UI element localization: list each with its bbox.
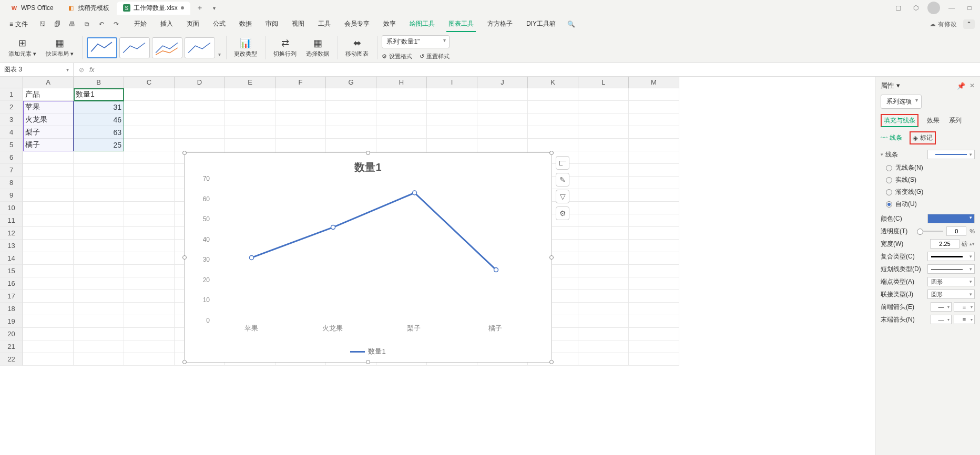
cell[interactable] [124,277,175,290]
cell[interactable] [225,126,275,139]
cell[interactable] [74,340,124,353]
cell[interactable] [578,303,629,315]
cell[interactable] [427,113,477,126]
cell[interactable] [629,340,679,353]
width-input[interactable] [930,239,959,249]
line-preview-dropdown[interactable] [927,150,975,159]
tab-ffgz[interactable]: 方方格子 [485,17,515,32]
cell[interactable] [23,328,74,340]
cell[interactable]: 火龙果 [23,113,74,126]
new-tab-button[interactable]: ＋ [193,2,206,14]
cell[interactable] [124,101,175,113]
row-header[interactable]: 14 [0,252,23,265]
fx-icon[interactable]: fx [89,66,94,74]
cell[interactable] [124,315,175,328]
cell[interactable] [326,139,376,151]
cell[interactable] [477,101,528,113]
cell[interactable] [629,240,679,252]
cell[interactable] [578,113,629,126]
tab-page[interactable]: 页面 [185,17,201,32]
resize-handle[interactable] [366,151,370,155]
row-header[interactable]: 22 [0,353,23,366]
window-restore-icon[interactable]: ▢ [892,2,904,14]
cell[interactable] [74,240,124,252]
tab-data[interactable]: 数据 [237,17,254,32]
cell[interactable] [629,328,679,340]
cell[interactable] [376,101,427,113]
cell[interactable] [74,277,124,290]
transparency-slider[interactable] [917,231,943,232]
cell[interactable] [629,202,679,214]
cell[interactable] [629,113,679,126]
radio-auto[interactable]: 自动(U) [886,200,975,209]
cell[interactable] [275,113,326,126]
tab-drawing-tools[interactable]: 绘图工具 [407,17,437,32]
cloud-status[interactable]: ☁ 有修改 [930,20,957,29]
cell[interactable] [578,328,629,340]
arrow-begin-size-dropdown[interactable]: ≡ [954,302,975,312]
preset-more-icon[interactable]: ▾ [218,51,221,57]
cell[interactable] [74,353,124,366]
cell[interactable] [578,101,629,113]
cell[interactable] [23,303,74,315]
cell[interactable] [528,113,578,126]
cell[interactable] [578,240,629,252]
cell[interactable] [427,139,477,151]
print-preview-icon[interactable]: 🗐 [52,19,63,29]
resize-handle[interactable] [182,360,187,364]
cell[interactable] [578,164,629,177]
cell[interactable] [427,126,477,139]
cell[interactable] [578,214,629,227]
series-options-dropdown[interactable]: 系列选项 [881,95,922,109]
cell[interactable] [23,151,74,164]
arrow-begin-dropdown[interactable]: — [931,302,952,312]
col-header[interactable]: L [578,77,629,88]
cell[interactable] [74,252,124,265]
cell[interactable] [124,177,175,189]
cell[interactable] [225,88,275,101]
cell[interactable] [124,353,175,366]
radio-solid[interactable]: 实线(S) [886,175,975,184]
cell[interactable] [275,88,326,101]
cell[interactable] [74,227,124,240]
cell[interactable] [23,227,74,240]
cap-type-dropdown[interactable]: 圆形 [927,277,975,286]
cell[interactable] [74,177,124,189]
undo-icon[interactable]: ↶ [96,19,107,29]
cell[interactable] [124,303,175,315]
cell[interactable] [578,88,629,101]
cell[interactable] [629,164,679,177]
cell[interactable] [578,252,629,265]
chart-plot-area[interactable]: 010203040506070 [211,179,536,320]
tab-template[interactable]: ◧ 找稻壳模板 [61,2,116,15]
cell[interactable] [23,277,74,290]
col-header[interactable]: K [528,77,578,88]
psub-marker[interactable]: ◈标记 [910,131,936,144]
psub-line[interactable]: 〰线条 [881,133,902,142]
cell[interactable] [23,189,74,202]
ptab-effects[interactable]: 效果 [926,114,941,127]
cell[interactable] [225,113,275,126]
compound-type-dropdown[interactable] [927,252,975,261]
cell[interactable] [124,328,175,340]
file-menu[interactable]: ≡ 文件 [5,18,32,31]
row-header[interactable]: 17 [0,290,23,303]
transparency-input[interactable] [946,226,966,236]
cell[interactable] [629,189,679,202]
chart-legend[interactable]: 数量1 [185,347,552,356]
cell[interactable] [578,315,629,328]
row-header[interactable]: 9 [0,189,23,202]
row-header[interactable]: 4 [0,126,23,139]
cell[interactable] [124,252,175,265]
save-icon[interactable]: 🖫 [37,19,48,29]
cell[interactable] [427,101,477,113]
cell[interactable] [326,126,376,139]
cell[interactable] [578,340,629,353]
cell[interactable] [23,340,74,353]
cell[interactable] [477,126,528,139]
cell[interactable] [74,164,124,177]
col-header[interactable]: C [124,77,175,88]
cell[interactable] [629,290,679,303]
cell[interactable]: 31 [74,101,124,113]
arrow-end-dropdown[interactable]: — [931,315,952,324]
